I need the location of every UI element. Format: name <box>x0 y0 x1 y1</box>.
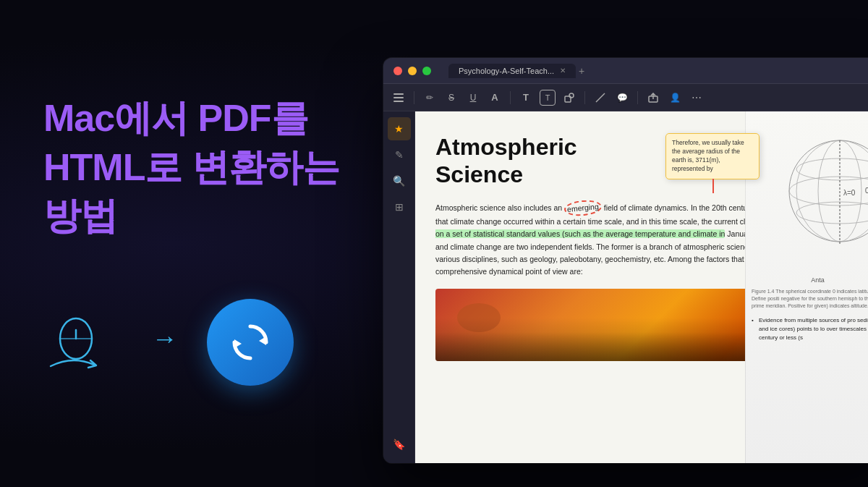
heading-line-2: Science <box>435 161 523 187</box>
active-tab[interactable]: Psychology-A-Self-Teach... ✕ <box>448 64 576 78</box>
globe-panel: Arc λ=0 <box>745 111 868 463</box>
svg-rect-7 <box>393 101 404 102</box>
circled-word: emerging <box>563 199 602 218</box>
figure-caption: Figure 1.4 The spherical coordinate 0 in… <box>752 288 868 309</box>
text-box-icon[interactable]: T <box>540 90 556 106</box>
mac-window: Psychology-A-Self-Teach... ✕ + ✏ S U A T… <box>383 58 868 463</box>
user-icon[interactable]: 👤 <box>667 90 683 106</box>
svg-point-17 <box>796 140 869 242</box>
shapes-icon[interactable] <box>561 90 577 106</box>
svg-rect-5 <box>393 93 404 95</box>
evidence-bullet: Evidence from multiple sources of pro se… <box>752 316 868 342</box>
tab-label: Psychology-A-Self-Teach... <box>459 67 554 75</box>
globe-svg: λ=0 0 <box>752 126 868 271</box>
toolbar-divider-4 <box>637 91 638 104</box>
minimize-button[interactable] <box>408 67 417 75</box>
sidebar-thumbnail-icon[interactable]: ⊞ <box>388 195 411 219</box>
sidebar-toggle-icon[interactable] <box>391 90 407 106</box>
comment-icon[interactable]: 💬 <box>614 90 630 106</box>
share-icon[interactable] <box>645 90 661 106</box>
highlight-icon[interactable]: A <box>487 90 503 106</box>
close-button[interactable] <box>393 67 402 75</box>
sidebar-annotate-icon[interactable]: ✎ <box>388 143 411 166</box>
svg-point-9 <box>569 93 574 98</box>
toolbar-divider-2 <box>510 91 511 104</box>
mouse-icon <box>43 308 123 376</box>
new-tab-button[interactable]: + <box>579 65 584 77</box>
anta-label: Anta <box>752 276 868 284</box>
toolbar-divider-3 <box>584 91 585 104</box>
toolbar: ✏ S U A T T 💬 👤 ⋯ <box>383 84 868 111</box>
markup-icon[interactable]: ✏ <box>422 90 438 106</box>
more-options-icon[interactable]: ⋯ <box>689 90 705 106</box>
pdf-viewer: Therefore, we usually take the average r… <box>415 111 868 463</box>
tooltip-arrow <box>712 179 714 193</box>
mac-titlebar: Psychology-A-Self-Teach... ✕ + <box>383 58 868 84</box>
svg-line-10 <box>596 93 605 102</box>
svg-text:0: 0 <box>865 187 869 195</box>
maximize-button[interactable] <box>422 67 431 75</box>
toolbar-divider-1 <box>414 91 414 104</box>
content-area: ★ ✎ 🔍 ⊞ 🔖 Therefore, we usually take the… <box>383 111 868 463</box>
svg-point-13 <box>789 177 869 206</box>
strikethrough-icon[interactable]: S <box>443 90 459 106</box>
left-panel: Mac에서 PDF를 HTML로 변환하는 방법 → <box>43 94 391 386</box>
sidebar-highlight-icon[interactable]: ★ <box>388 117 411 140</box>
sync-icon <box>207 299 294 386</box>
sidebar-bookmark-icon[interactable]: 🔖 <box>388 433 411 456</box>
title-line-1: Mac에서 PDF를 <box>43 97 308 139</box>
heading-line-1: Atmospheric <box>435 134 577 160</box>
main-title: Mac에서 PDF를 HTML로 변환하는 방법 <box>43 94 391 241</box>
svg-rect-6 <box>393 97 404 98</box>
sidebar-search-icon[interactable]: 🔍 <box>388 169 411 192</box>
svg-point-12 <box>789 140 869 242</box>
conversion-arrow: → <box>152 323 178 354</box>
title-line-2: HTML로 변환하는 <box>43 146 339 188</box>
svg-marker-3 <box>259 336 266 345</box>
tab-area: Psychology-A-Self-Teach... ✕ + <box>448 64 868 78</box>
title-line-3: 방법 <box>43 195 117 237</box>
svg-text:λ=0: λ=0 <box>843 189 856 197</box>
tooltip-text: Therefore, we usually take the average r… <box>672 139 753 174</box>
tooltip-box: Therefore, we usually take the average r… <box>665 133 760 179</box>
underline-icon[interactable]: U <box>465 90 481 106</box>
svg-marker-4 <box>234 339 242 348</box>
icon-row: → <box>43 299 391 386</box>
line-tool-icon[interactable] <box>592 90 608 106</box>
pdf-sidebar: ★ ✎ 🔍 ⊞ 🔖 <box>383 111 415 463</box>
text-insert-icon[interactable]: T <box>518 90 534 106</box>
tab-close-icon[interactable]: ✕ <box>560 67 566 75</box>
